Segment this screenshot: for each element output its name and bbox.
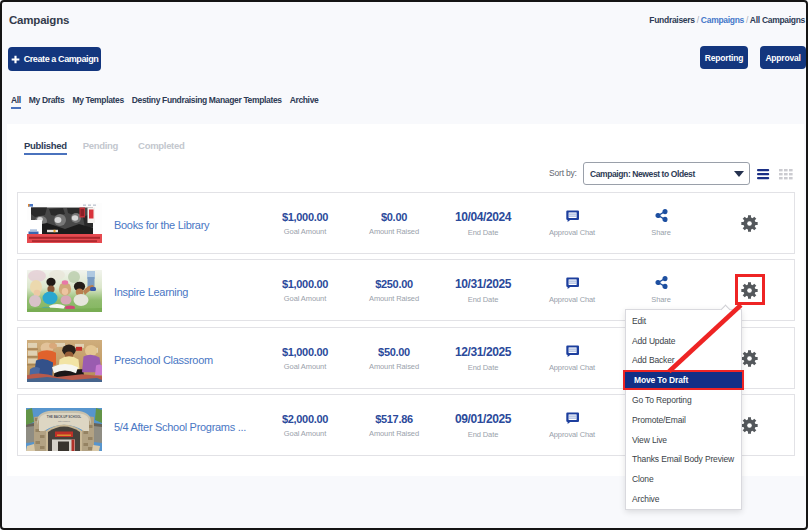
svg-text:THE BACK-UP SCHOOL: THE BACK-UP SCHOOL	[47, 415, 81, 419]
svg-text:after school: after school	[58, 420, 70, 422]
